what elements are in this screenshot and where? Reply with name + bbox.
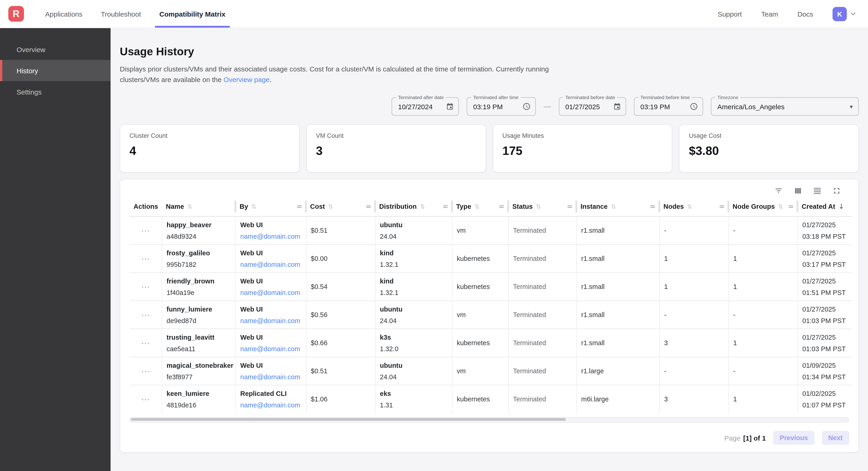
stat-value: $3.80 [689, 144, 849, 158]
avatar[interactable]: K [833, 7, 847, 21]
column-drag-handle[interactable]: = [788, 202, 794, 211]
sort-icon[interactable]: ⇅ [187, 203, 192, 210]
name-cell: keen_lumiere4819de16 [162, 385, 236, 413]
nav-item-troubleshoot[interactable]: Troubleshoot [101, 0, 141, 28]
created-by-email-link[interactable]: name@domain.com [240, 402, 301, 409]
stat-label: VM Count [316, 132, 476, 139]
created-by-email-link[interactable]: name@domain.com [240, 289, 301, 296]
column-resize-handle[interactable] [451, 201, 453, 212]
terminated-before-date-field[interactable]: Terminated before date 01/27/2025 [559, 97, 626, 116]
terminated-after-time-field[interactable]: Terminated after time 03:19 PM [467, 97, 536, 116]
col-header-instance[interactable]: Instance⇅= [576, 197, 659, 216]
column-drag-handle[interactable]: = [650, 202, 656, 211]
created-date: 01/27/2025 [802, 249, 847, 257]
sort-icon[interactable]: ⇅ [251, 203, 256, 210]
column-resize-handle[interactable] [235, 201, 236, 212]
status-cell: Terminated [508, 301, 576, 329]
column-resize-handle[interactable] [727, 201, 729, 212]
col-header-status[interactable]: Status⇅= [508, 197, 576, 216]
terminated-before-time-field[interactable]: Terminated before time 03:19 PM [634, 97, 703, 116]
column-resize-handle[interactable] [305, 201, 307, 212]
col-header-nodes[interactable]: Nodes⇅= [659, 197, 728, 216]
col-header-cost[interactable]: Cost⇅= [306, 197, 375, 216]
timezone-select[interactable]: Timezone America/Los_Angeles ▾ [711, 97, 859, 116]
chevron-down-icon[interactable] [849, 9, 858, 19]
row-actions-button[interactable]: ⋯ [141, 337, 150, 348]
created-by-email-link[interactable]: name@domain.com [240, 261, 301, 268]
sort-icon[interactable]: ⇅ [328, 203, 333, 210]
column-resize-handle[interactable] [658, 201, 660, 212]
previous-page-button[interactable]: Previous [773, 431, 814, 445]
sidebar-item-overview[interactable]: Overview [0, 39, 111, 60]
row-actions-button[interactable]: ⋯ [141, 310, 150, 320]
overview-page-link[interactable]: Overview page [223, 76, 270, 83]
column-resize-handle[interactable] [797, 201, 799, 212]
col-header-node-groups[interactable]: Node Groups⇅= [728, 197, 798, 216]
column-drag-handle[interactable]: = [297, 202, 302, 211]
horizontal-scrollbar-thumb[interactable] [131, 418, 566, 420]
column-drag-handle[interactable]: = [567, 202, 573, 211]
col-header-by[interactable]: By⇅= [236, 197, 306, 216]
fullscreen-icon[interactable] [832, 186, 842, 196]
field-label: Terminated after time [471, 94, 520, 100]
filter-icon[interactable] [774, 186, 784, 196]
column-drag-handle[interactable]: = [442, 202, 448, 211]
nav-item-docs[interactable]: Docs [798, 10, 813, 18]
distribution-name: ubuntu [380, 305, 447, 313]
row-actions-button[interactable]: ⋯ [141, 394, 150, 404]
row-actions-button[interactable]: ⋯ [141, 282, 150, 292]
sort-icon[interactable]: ⇅ [611, 203, 616, 210]
status-cell: Terminated [508, 357, 576, 385]
sort-icon[interactable]: ⇅ [474, 203, 479, 210]
column-drag-handle[interactable]: = [719, 202, 725, 211]
col-header-type[interactable]: Type⇅= [452, 197, 508, 216]
cost-cell: $1.06 [306, 385, 375, 413]
stat-label: Usage Cost [689, 132, 849, 139]
distribution-version: 24.04 [380, 233, 447, 240]
row-actions-button[interactable]: ⋯ [141, 225, 150, 235]
row-actions-button[interactable]: ⋯ [141, 253, 150, 263]
actions-cell: ⋯ [129, 329, 162, 357]
page-value: [1] of 1 [743, 434, 766, 442]
created-by-email-link[interactable]: name@domain.com [240, 345, 301, 352]
name-cell: frosty_galileo995b7182 [162, 244, 236, 273]
description-line1: Displays prior clusters/VMs and their as… [120, 65, 549, 73]
sidebar-item-settings[interactable]: Settings [0, 81, 111, 102]
stat-label: Usage Minutes [502, 132, 663, 139]
created-date: 01/27/2025 [802, 305, 847, 313]
sort-icon[interactable]: ⇅ [420, 203, 425, 210]
cluster-id: 995b7182 [166, 261, 230, 268]
created-by-email-link[interactable]: name@domain.com [240, 233, 301, 240]
nodes-cell: 1 [659, 244, 728, 273]
terminated-after-date-field[interactable]: Terminated after date 10/27/2024 [392, 97, 459, 116]
table-row: ⋯keen_lumiere4819de16Replicated CLIname@… [129, 385, 852, 413]
col-header-name[interactable]: Name⇅ [162, 197, 236, 216]
cluster-id: 4819de16 [166, 402, 230, 409]
nav-item-applications[interactable]: Applications [45, 0, 83, 28]
replicated-logo[interactable]: R [8, 6, 24, 22]
type-cell: kubernetes [452, 273, 508, 301]
column-drag-handle[interactable]: = [366, 202, 371, 211]
sidebar-item-history[interactable]: History [0, 60, 111, 81]
nav-item-support[interactable]: Support [718, 10, 742, 18]
next-page-button[interactable]: Next [822, 431, 849, 445]
column-resize-handle[interactable] [374, 201, 376, 212]
sort-desc-icon[interactable]: ↓ [838, 202, 844, 211]
col-header-created-at[interactable]: Created At↓ [798, 197, 852, 216]
density-icon[interactable] [812, 186, 823, 196]
created-by-email-link[interactable]: name@domain.com [240, 373, 301, 380]
sort-icon[interactable]: ⇅ [687, 203, 692, 210]
nav-item-team[interactable]: Team [761, 10, 778, 18]
column-resize-handle[interactable] [507, 201, 509, 212]
distribution-name: ubuntu [380, 361, 447, 369]
row-actions-button[interactable]: ⋯ [141, 366, 150, 376]
user-menu[interactable]: K [833, 7, 858, 21]
column-drag-handle[interactable]: = [499, 202, 504, 211]
nav-item-compatibility-matrix[interactable]: Compatibility Matrix [159, 0, 225, 28]
sort-icon[interactable]: ⇅ [536, 203, 541, 210]
sort-icon[interactable]: ⇅ [778, 203, 783, 210]
created-by-email-link[interactable]: name@domain.com [240, 317, 301, 324]
col-header-distribution[interactable]: Distribution⇅= [375, 197, 452, 216]
column-resize-handle[interactable] [576, 201, 577, 212]
columns-icon[interactable] [793, 186, 803, 196]
